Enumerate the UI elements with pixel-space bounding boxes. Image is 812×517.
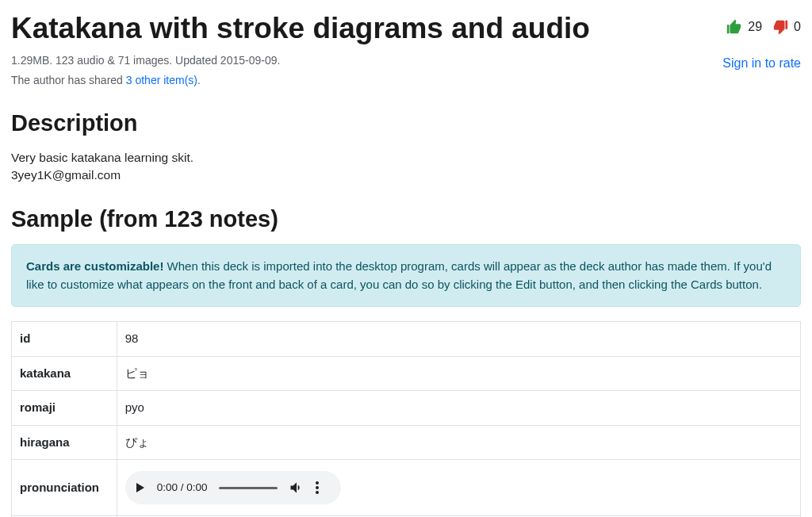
kebab-menu-icon[interactable] (316, 481, 319, 494)
table-row: romaji pyo (12, 391, 801, 426)
description-body: Very basic katakana learning skit.3yey1K… (11, 149, 801, 185)
author-shared: The author has shared 3 other item(s). (11, 72, 707, 89)
field-label: romaji (12, 391, 117, 426)
field-label: pronunciation (12, 460, 117, 516)
author-shared-suffix: . (197, 74, 201, 86)
svg-point-2 (316, 491, 319, 494)
field-label: hiragana (12, 425, 117, 460)
audio-player[interactable]: 0:00 / 0:00 (125, 471, 341, 504)
downvote-count: 0 (794, 17, 801, 36)
svg-point-0 (316, 481, 319, 484)
info-alert: Cards are customizable! When this deck i… (11, 244, 801, 307)
page-title: Katakana with stroke diagrams and audio (11, 11, 707, 46)
thumbs-down-icon[interactable] (772, 18, 789, 36)
sign-in-link[interactable]: Sign in to rate (722, 56, 801, 70)
volume-icon[interactable] (289, 480, 304, 496)
field-label: id (12, 322, 117, 357)
sample-heading: Sample (from 123 notes) (11, 202, 801, 237)
thumbs-up-icon[interactable] (726, 18, 743, 36)
table-row: id 98 (12, 322, 801, 357)
description-heading: Description (11, 106, 801, 141)
field-value: 0:00 / 0:00 (117, 460, 800, 516)
author-shared-prefix: The author has shared (11, 74, 126, 86)
play-icon[interactable] (133, 481, 146, 494)
meta-line: 1.29MB. 123 audio & 71 images. Updated 2… (11, 52, 707, 69)
field-value: pyo (117, 391, 800, 426)
field-value: ピョ (117, 356, 800, 391)
other-items-link[interactable]: 3 other item(s) (126, 74, 197, 86)
table-row: hiragana ぴょ (12, 425, 801, 460)
table-row: katakana ピョ (12, 356, 801, 391)
field-label: katakana (12, 356, 117, 391)
sample-table: id 98 katakana ピョ romaji pyo hiragana ぴょ… (11, 321, 801, 517)
audio-time: 0:00 / 0:00 (157, 480, 208, 496)
svg-point-1 (316, 486, 319, 489)
audio-seek-track[interactable] (219, 487, 278, 489)
upvote-count: 29 (748, 17, 762, 36)
field-value: 98 (117, 322, 800, 357)
table-row: pronunciation 0:00 / 0:00 (12, 460, 801, 516)
alert-strong: Cards are customizable! (26, 259, 163, 273)
field-value: ぴょ (117, 425, 800, 460)
